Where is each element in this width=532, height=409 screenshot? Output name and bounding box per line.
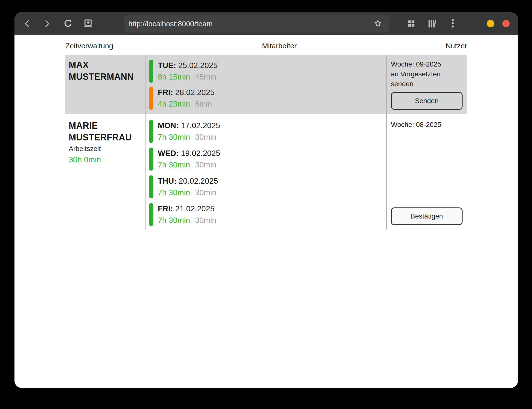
entry-break-time: 30min <box>195 188 216 197</box>
time-entry: THU: 20.02.2025 7h 30min30min <box>149 175 220 198</box>
time-entry: WED: 19.02.2025 7h 30min30min <box>149 148 220 171</box>
browser-toolbar: http://localhost:8000/team <box>14 12 518 35</box>
kebab-menu-icon <box>449 19 456 28</box>
forward-button[interactable] <box>41 18 53 29</box>
entry-date: 21.02.2025 <box>175 204 214 213</box>
week-info-marie: Woche: 08-2025 <box>391 120 465 130</box>
page-header: Zeitverwaltung Mitarbeiter Nutzer <box>65 41 467 51</box>
bestaetigen-button[interactable]: Bestätigen <box>391 207 463 225</box>
week-line: Woche: 08-2025 <box>391 120 465 130</box>
entry-date: 20.02.2025 <box>179 177 218 185</box>
new-tab-icon <box>83 19 93 28</box>
minimize-window-button[interactable] <box>487 20 494 27</box>
bookmark-star-icon <box>374 19 382 28</box>
entry-worked-time: 8h 15min <box>158 72 190 81</box>
week-line: an Vorgesetzten <box>391 69 465 79</box>
entry-date: 19.02.2025 <box>181 149 220 158</box>
new-tab-button[interactable] <box>82 18 94 29</box>
library-button[interactable] <box>426 18 438 29</box>
column-divider <box>386 55 387 230</box>
library-icon <box>428 19 437 28</box>
entry-day: FRI: <box>158 204 173 213</box>
entry-worked-time: 7h 30min <box>158 160 190 169</box>
entry-date: 25.02.2025 <box>178 61 218 70</box>
column-divider <box>145 55 146 230</box>
entry-break-time: 6min <box>195 99 212 108</box>
worktime-label: Arbeitszeit <box>69 143 132 154</box>
close-window-button[interactable] <box>502 20 510 27</box>
back-icon <box>23 19 31 28</box>
status-bar <box>149 120 153 143</box>
page-content: Zeitverwaltung Mitarbeiter Nutzer MAX MU… <box>14 35 518 388</box>
entry-date: 17.02.2025 <box>181 121 220 130</box>
employee-name-line: MUSTERFRAU <box>69 132 132 143</box>
time-entry: TUE: 25.02.2025 8h 15min45min <box>149 60 218 83</box>
bookmark-button[interactable] <box>373 19 383 29</box>
time-entries-max: TUE: 25.02.2025 8h 15min45min FRI: 28.02… <box>149 60 218 114</box>
entry-worked-time: 7h 30min <box>158 216 190 225</box>
entry-break-time: 30min <box>195 133 216 141</box>
entry-day: WED: <box>158 149 179 158</box>
pages-grid-icon <box>407 19 415 28</box>
entry-date: 28.02.2025 <box>175 88 214 97</box>
employee-name-line: MUSTERMANN <box>69 71 134 83</box>
entry-break-time: 30min <box>195 216 216 225</box>
time-entry: FRI: 28.02.2025 4h 23min6min <box>149 87 218 110</box>
week-line: Woche: 09-2025 <box>391 59 465 69</box>
entry-break-time: 45min <box>195 72 216 81</box>
reload-button[interactable] <box>62 18 74 29</box>
entry-day: THU: <box>158 177 176 185</box>
employee-name-line: MAX <box>69 59 134 71</box>
forward-icon <box>43 19 51 28</box>
employee-name-marie: MARIE MUSTERFRAU Arbeitszeit 30h 0min <box>69 120 132 165</box>
url-text[interactable]: http://localhost:8000/team <box>128 20 390 28</box>
menu-button[interactable] <box>447 18 459 29</box>
entry-worked-time: 4h 23min <box>158 99 190 108</box>
address-bar[interactable]: http://localhost:8000/team <box>124 15 390 32</box>
status-bar <box>149 60 153 83</box>
browser-window: http://localhost:8000/team <box>14 12 518 388</box>
worktime-value: 30h 0min <box>69 154 132 165</box>
week-line: senden <box>391 79 465 89</box>
entry-day: FRI: <box>158 88 173 97</box>
entry-worked-time: 7h 30min <box>158 188 190 197</box>
back-button[interactable] <box>21 18 33 29</box>
status-bar <box>149 148 153 171</box>
entry-day: TUE: <box>158 61 176 70</box>
week-info-max: Woche: 09-2025 an Vorgesetzten senden <box>391 59 465 89</box>
entry-break-time: 30min <box>195 160 216 169</box>
time-entry: FRI: 21.02.2025 7h 30min30min <box>149 203 220 226</box>
reload-icon <box>63 19 73 28</box>
header-zeitverwaltung: Zeitverwaltung <box>65 42 113 50</box>
status-bar <box>149 175 153 198</box>
status-bar <box>149 87 153 110</box>
employee-name-max: MAX MUSTERMANN <box>69 59 134 83</box>
senden-button[interactable]: Senden <box>391 92 463 110</box>
employee-name-line: MARIE <box>69 120 132 132</box>
time-entry: MON: 17.02.2025 7h 30min30min <box>149 120 220 143</box>
entry-worked-time: 7h 30min <box>158 133 190 141</box>
time-entries-marie: MON: 17.02.2025 7h 30min30min WED: 19.02… <box>149 120 220 231</box>
header-mitarbeiter: Mitarbeiter <box>262 42 297 50</box>
header-nutzer: Nutzer <box>446 42 467 50</box>
entry-day: MON: <box>158 121 179 130</box>
open-pages-button[interactable] <box>405 18 417 29</box>
status-bar <box>149 203 153 226</box>
